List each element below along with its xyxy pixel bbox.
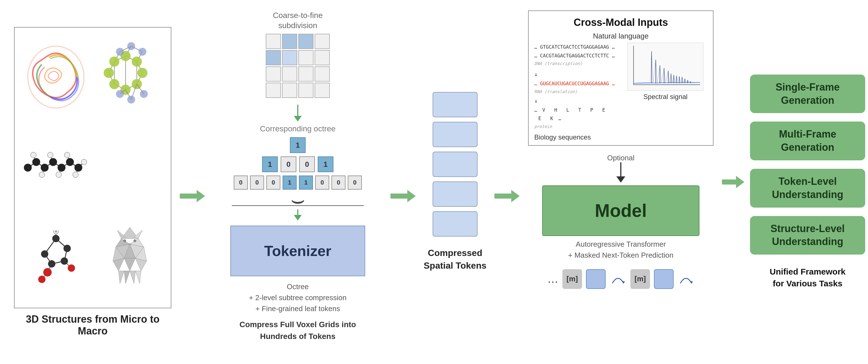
matrix-cell-0-0	[266, 34, 281, 49]
svg-point-48	[24, 164, 32, 172]
chain-molecule	[20, 124, 91, 212]
compress-label: Compress Full Voxel Grids into Hundreds …	[240, 319, 356, 342]
svg-point-19	[109, 57, 119, 67]
token-block-4	[433, 181, 477, 207]
octree-label: Corresponding octree	[260, 124, 335, 134]
svg-marker-116	[622, 281, 625, 283]
svg-point-31	[116, 90, 124, 98]
model-label: Model	[595, 200, 647, 221]
model-section: Cross-Modal Inputs Natural language … GT…	[525, 8, 716, 356]
svg-point-58	[56, 172, 62, 177]
svg-marker-117	[690, 281, 693, 283]
svg-point-54	[74, 164, 82, 172]
task-label-4: Structure-Level Understanding	[771, 223, 845, 248]
task-box-2: Multi-Frame Generation	[750, 121, 865, 160]
task-label-3: Token-Level Understanding	[772, 175, 843, 200]
svg-point-27	[138, 48, 146, 56]
svg-point-51	[49, 158, 57, 166]
svg-marker-94	[130, 271, 135, 284]
token-block-2	[433, 122, 477, 147]
arrow-model-to-tasks	[722, 176, 744, 188]
svg-marker-99	[117, 230, 126, 239]
svg-point-26	[127, 42, 135, 50]
svg-text:H: H	[55, 230, 57, 233]
right-panel: Single-Frame Generation Multi-Frame Gene…	[750, 75, 868, 289]
matrix-cell-3-1	[282, 83, 297, 98]
matrix-cell-1-0	[266, 50, 281, 65]
svg-point-53	[66, 158, 74, 166]
svg-point-74	[48, 260, 55, 268]
token-blue-2	[654, 269, 674, 289]
tree-l2-6: 0	[332, 175, 345, 190]
middle-panel: Coarse-to-fine subdivision	[211, 8, 385, 356]
transcription-arrow: ↓	[534, 69, 618, 79]
svg-point-71	[52, 235, 60, 242]
tree-l1-0: 1	[262, 157, 278, 172]
matrix-cell-2-3	[315, 66, 330, 82]
svg-point-32	[127, 96, 135, 104]
spectral-area: Spectral signal	[624, 43, 707, 101]
protein-line: … V H L T P E E K …	[534, 106, 618, 123]
svg-point-75	[41, 250, 48, 258]
matrix-cell-1-1	[282, 50, 297, 65]
svg-marker-95	[135, 271, 141, 284]
tree-level1: 1 0 0 1	[261, 156, 334, 173]
task-label-1: Single-Frame Generation	[776, 81, 840, 106]
tree-l1-2: 0	[299, 157, 315, 172]
tree-l1-1: 0	[281, 157, 297, 172]
matrix-cell-0-3	[315, 34, 330, 49]
svg-marker-100	[134, 230, 143, 239]
polygon-animal	[94, 214, 165, 302]
matrix-cell-2-1	[282, 66, 297, 82]
structures-caption: 3D Structures from Micro to Macro	[11, 313, 174, 337]
dna-line2: … CACGTAGACTGAGGACTCCTCTTC …	[534, 52, 618, 60]
matrix-cell-3-0	[266, 83, 281, 98]
svg-point-77	[38, 276, 45, 283]
empty-cell	[94, 124, 165, 212]
biology-sequences-label: Biology sequences	[534, 133, 591, 141]
translation-arrow: ↓	[534, 96, 618, 106]
svg-point-20	[137, 68, 148, 78]
rna-line: … GUGCAUCUGACUCCUGAGGAGAAG …	[534, 79, 618, 88]
natural-language-label: Natural language	[534, 32, 707, 40]
matrix-cell-3-3	[315, 83, 330, 98]
matrix-cell-1-3	[315, 50, 330, 65]
left-panel: H	[11, 27, 174, 337]
task-label-2: Multi-Frame Generation	[779, 128, 836, 153]
svg-point-56	[39, 172, 45, 177]
sequence-lines: … GTGCATCTGACTCCTGAGGAGAAG … … CACGTAGAC…	[534, 43, 618, 131]
svg-point-55	[31, 152, 36, 158]
dots-label: …	[547, 273, 558, 285]
matrix-cell-2-2	[298, 66, 313, 82]
matrix-cell-2-0	[266, 66, 281, 82]
autoregressive-label: Autoregressive Transformer + Masked Next…	[568, 239, 673, 261]
tree-l2-5: 0	[315, 175, 329, 190]
matrix-cell-0-2	[298, 34, 313, 49]
tokenizer-label: Tokenizer	[264, 243, 332, 259]
small-molecule: H	[20, 214, 91, 302]
protein-label: protein	[534, 123, 618, 131]
protein-structure	[20, 33, 91, 121]
task-box-4: Structure-Level Understanding	[750, 216, 865, 255]
bio-sequences: … GTGCATCTGACTCCTGAGGAGAAG … … CACGTAGAC…	[534, 43, 618, 141]
token-block-3	[433, 151, 477, 177]
svg-point-97	[133, 240, 136, 242]
octree-tree: 1 1 0 0 1 0 0 0 1 1 0 0 0	[233, 137, 362, 190]
svg-point-49	[32, 158, 40, 166]
svg-point-25	[116, 48, 124, 56]
cross-modal-box: Cross-Modal Inputs Natural language … GT…	[528, 10, 713, 146]
optional-label: Optional	[607, 153, 634, 162]
matrix-cell-0-1	[282, 34, 297, 49]
brace-symbol: ⌣	[290, 194, 305, 205]
main-container: H	[0, 0, 868, 364]
svg-point-50	[41, 164, 49, 172]
cross-modal-title: Cross-Modal Inputs	[534, 17, 707, 28]
tree-l2-7: 0	[348, 175, 362, 190]
dna-line1: … GTGCATCTGACTCCTGAGGAGAAG …	[534, 43, 618, 52]
svg-point-72	[63, 245, 71, 252]
coarse-label: Coarse-to-fine subdivision	[273, 10, 322, 31]
model-box: Model	[542, 186, 700, 236]
matrix-cell-3-2	[298, 83, 313, 98]
rna-label: RNA (translation)	[534, 88, 618, 96]
svg-point-59	[64, 152, 70, 158]
